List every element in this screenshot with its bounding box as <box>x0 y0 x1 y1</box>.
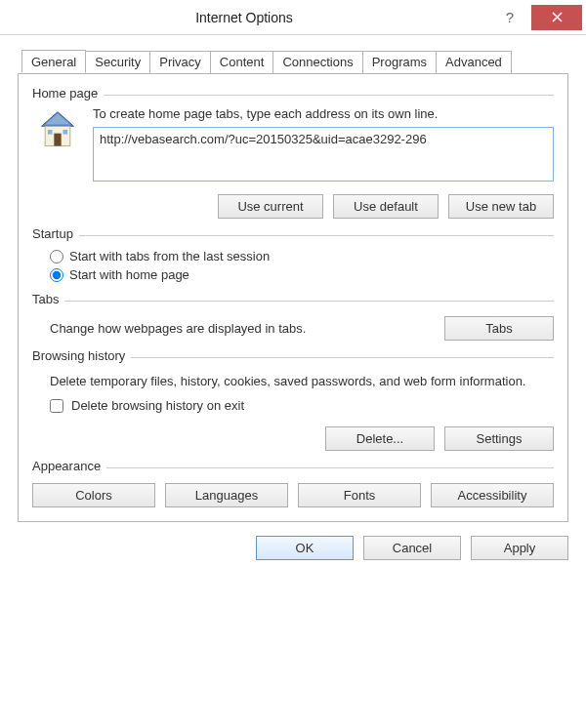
tab-connections[interactable]: Connections <box>272 51 362 73</box>
use-new-tab-button[interactable]: Use new tab <box>448 194 554 219</box>
group-label-appearance: Appearance <box>32 459 101 473</box>
group-browsing-history: Browsing history Delete temporary files,… <box>32 348 554 451</box>
tab-privacy[interactable]: Privacy <box>149 51 211 73</box>
ok-button[interactable]: OK <box>256 536 354 560</box>
group-tabs: Tabs Change how webpages are displayed i… <box>32 292 554 341</box>
cancel-button[interactable]: Cancel <box>363 536 461 560</box>
window-title: Internet Options <box>0 10 488 25</box>
group-label-homepage: Home page <box>32 86 98 101</box>
titlebar: Internet Options ? <box>0 0 586 35</box>
close-button[interactable] <box>531 5 582 30</box>
home-icon <box>36 108 79 151</box>
apply-button[interactable]: Apply <box>471 536 568 560</box>
delete-button[interactable]: Delete... <box>325 426 435 451</box>
homepage-desc: To create home page tabs, type each addr… <box>93 106 554 121</box>
svg-rect-5 <box>63 130 68 135</box>
tab-security[interactable]: Security <box>85 51 150 73</box>
delete-on-exit-checkbox[interactable] <box>50 399 63 413</box>
browsing-history-desc: Delete temporary files, history, cookies… <box>32 369 554 398</box>
startup-home-page-option[interactable]: Start with home page <box>32 265 554 284</box>
homepage-input[interactable] <box>93 127 554 182</box>
delete-on-exit-option[interactable]: Delete browsing history on exit <box>32 398 554 413</box>
fonts-button[interactable]: Fonts <box>298 483 421 507</box>
close-icon <box>552 12 563 22</box>
delete-on-exit-label: Delete browsing history on exit <box>71 398 244 413</box>
use-current-button[interactable]: Use current <box>218 194 323 219</box>
languages-button[interactable]: Languages <box>165 483 288 507</box>
group-homepage: Home page To create home page tabs, type… <box>32 86 554 219</box>
tab-advanced[interactable]: Advanced <box>436 51 512 73</box>
svg-marker-2 <box>45 114 70 125</box>
startup-last-session-radio[interactable] <box>50 250 63 263</box>
dialog-buttons: OK Cancel Apply <box>0 522 586 574</box>
svg-rect-4 <box>48 130 53 135</box>
group-startup: Startup Start with tabs from the last se… <box>32 226 554 284</box>
tab-strip: General Security Privacy Content Connect… <box>21 51 568 73</box>
group-label-startup: Startup <box>32 226 73 241</box>
group-appearance: Appearance Colors Languages Fonts Access… <box>32 459 554 507</box>
tabs-button[interactable]: Tabs <box>444 316 554 341</box>
help-icon[interactable]: ? <box>488 5 531 30</box>
tab-panel-general: Home page To create home page tabs, type… <box>18 73 568 522</box>
tab-general[interactable]: General <box>21 50 86 73</box>
tab-programs[interactable]: Programs <box>362 51 437 73</box>
tabs-desc: Change how webpages are displayed in tab… <box>50 321 435 336</box>
startup-home-page-label: Start with home page <box>69 267 189 282</box>
svg-rect-3 <box>54 134 61 146</box>
accessibility-button[interactable]: Accessibility <box>431 483 554 507</box>
settings-button[interactable]: Settings <box>444 426 554 451</box>
startup-last-session-option[interactable]: Start with tabs from the last session <box>32 247 554 265</box>
group-label-browsing-history: Browsing history <box>32 348 125 363</box>
startup-last-session-label: Start with tabs from the last session <box>69 249 270 263</box>
colors-button[interactable]: Colors <box>32 483 155 507</box>
tab-content[interactable]: Content <box>210 51 274 73</box>
use-default-button[interactable]: Use default <box>333 194 439 219</box>
group-label-tabs: Tabs <box>32 292 59 306</box>
startup-home-page-radio[interactable] <box>50 268 63 282</box>
